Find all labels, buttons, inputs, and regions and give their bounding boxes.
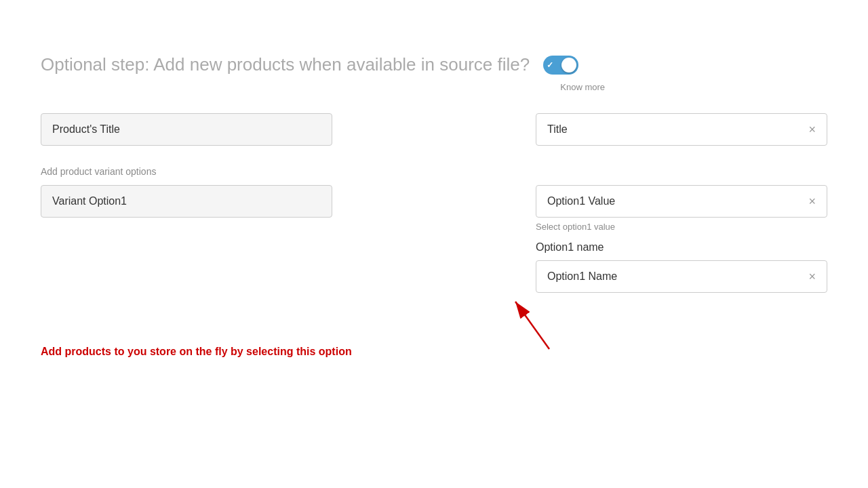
svg-line-1 [515,302,549,349]
variant-option-left-field[interactable]: Variant Option1 [41,185,332,218]
product-title-close-icon[interactable]: × [808,123,816,136]
toggle-check-icon: ✓ [547,60,553,70]
option1-value-field[interactable]: Option1 Value × [536,185,827,218]
product-title-left-field[interactable]: Product's Title [41,113,332,146]
option1-value-close-icon[interactable]: × [808,195,816,207]
option1-name-close-icon[interactable]: × [808,270,816,283]
option1-name-label: Option1 name [536,241,827,253]
arrow-icon [495,288,563,356]
optional-step-label: Optional step: Add new products when ava… [41,54,530,75]
know-more-link[interactable]: Know more [560,82,605,92]
annotation-text: Add products to you store on the fly by … [41,346,352,358]
toggle-knob [561,58,576,73]
option1-name-value: Option1 Name [547,270,617,283]
add-products-toggle[interactable]: ✓ [543,56,578,75]
product-title-right-value: Title [547,123,568,136]
variant-section-label: Add product variant options [41,166,827,177]
option1-value-text: Option1 Value [547,195,615,207]
select-option1-hint: Select option1 value [536,222,827,232]
product-title-right-field[interactable]: Title × [536,113,827,146]
option1-name-field[interactable]: Option1 Name × [536,260,827,293]
